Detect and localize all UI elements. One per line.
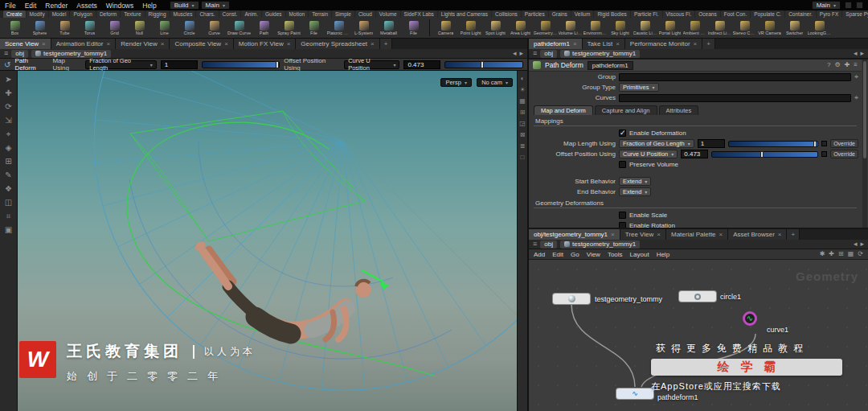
lighting-icon[interactable]: ☀ xyxy=(519,87,525,93)
close-tab-icon[interactable]: × xyxy=(106,40,110,47)
group-type-dropdown[interactable]: Primitives xyxy=(619,83,659,92)
shelf-tab-vellum[interactable]: Vellum xyxy=(571,10,594,18)
node-pathdeform1[interactable]: ∿ xyxy=(616,388,653,399)
override-checkbox[interactable] xyxy=(821,141,827,146)
netmenu-tools[interactable]: Tools xyxy=(608,251,623,258)
shelf-tool-file[interactable]: File xyxy=(301,21,326,35)
shelf-tab-collisions[interactable]: Collisions xyxy=(492,10,521,18)
menu-help[interactable]: Help xyxy=(142,2,156,10)
group-select-icon[interactable]: ⌖ xyxy=(854,73,858,80)
path-root-chip[interactable]: obj xyxy=(11,50,28,58)
menu-edit[interactable]: Edit xyxy=(25,2,37,10)
tab-performance-monitor[interactable]: Performance Monitor× xyxy=(625,39,702,49)
curves-field[interactable] xyxy=(619,94,851,102)
end-behavior-dropdown[interactable]: Extend xyxy=(619,187,651,196)
offset-mode-dropdown[interactable]: Curve U Position xyxy=(619,150,678,158)
enable-rotation-checkbox[interactable] xyxy=(619,222,626,228)
shelf-tool-ambient-light[interactable]: Ambient Light xyxy=(682,21,707,35)
tab-composite-view[interactable]: Composite View× xyxy=(170,39,233,49)
mirror-icon[interactable]: ◫ xyxy=(5,199,12,207)
help-icon[interactable]: ? xyxy=(827,62,830,68)
shelf-tab-texture[interactable]: Texture xyxy=(121,10,144,18)
offset-value-slider[interactable] xyxy=(444,61,523,68)
slider-knob[interactable] xyxy=(813,141,817,147)
shelf-tab-model[interactable]: Model xyxy=(49,10,70,18)
tab-obj-testgeometry-tommy1[interactable]: obj/testgeometry_tommy1× xyxy=(529,229,620,240)
history-forward-icon[interactable]: ▸ xyxy=(860,50,864,57)
map-length-mode-dropdown[interactable]: Fraction of Geo Length xyxy=(619,139,694,148)
pin-icon[interactable]: ✚ xyxy=(845,62,850,68)
netmenu-layout[interactable]: Layout xyxy=(630,251,649,258)
close-tab-icon[interactable]: × xyxy=(161,40,165,47)
camera-icon[interactable]: ▣ xyxy=(5,226,12,234)
shelf-tool-metaball[interactable]: Metaball xyxy=(376,21,401,35)
grid-icon[interactable]: ⊞ xyxy=(838,251,844,257)
shelf-tab-const[interactable]: Const. xyxy=(219,10,241,18)
network-canvas[interactable]: Geometry testgeometry_tommy circle1 ∿ cu… xyxy=(529,260,868,411)
offset-slider[interactable] xyxy=(711,151,818,158)
shelf-tool-portal-light[interactable]: Portal Light xyxy=(657,21,682,35)
parameter-scrollbar[interactable] xyxy=(862,60,867,228)
param-tab-map-and-deform[interactable]: Map and Deform xyxy=(534,105,593,115)
tab-tree-view[interactable]: Tree View× xyxy=(620,229,666,240)
close-tab-icon[interactable]: × xyxy=(657,231,661,238)
scrollbar-thumb[interactable] xyxy=(863,61,866,158)
refresh-icon[interactable]: ⟳ xyxy=(858,251,863,257)
select-icon[interactable]: ➤ xyxy=(5,76,11,84)
shelf-tab-simple[interactable]: Simple xyxy=(332,10,354,18)
tab-material-palette[interactable]: Material Palette× xyxy=(666,229,728,240)
tab-motion-fx-view[interactable]: Motion FX View× xyxy=(234,39,297,49)
shelf-tab-motion[interactable]: Motion xyxy=(286,10,309,18)
shelf-tab-foot-con[interactable]: Foot Con. xyxy=(721,10,751,18)
tab-geometry-spreadsheet[interactable]: Geometry Spreadsheet× xyxy=(296,39,379,49)
enable-deformation-checkbox[interactable] xyxy=(619,129,626,137)
shelf-tool-l-system[interactable]: L-System xyxy=(351,21,376,35)
shelf-tool-spot-light[interactable]: Spot Light xyxy=(483,21,508,35)
shelf-tool-sky-light[interactable]: Sky Light xyxy=(608,21,633,35)
shelf-tool-camera[interactable]: Camera xyxy=(433,21,458,35)
shelf-tool-vr-camera[interactable]: VR Camera xyxy=(757,21,782,35)
tiles-icon[interactable]: ▦ xyxy=(848,251,854,257)
path-root-chip[interactable]: obj xyxy=(540,50,557,58)
slider-knob[interactable] xyxy=(481,61,484,68)
shelf-tab-container[interactable]: Container. xyxy=(785,10,816,18)
start-behavior-dropdown[interactable]: Extend xyxy=(619,177,651,186)
slider-knob[interactable] xyxy=(760,151,764,158)
shelf-tab-cloud[interactable]: Cloud xyxy=(355,10,375,18)
close-tab-icon[interactable]: × xyxy=(224,40,228,47)
gear-icon[interactable]: ⚙ xyxy=(834,62,840,68)
pane-menu-icon[interactable]: ≡ xyxy=(533,50,537,57)
translate-icon[interactable]: ✚ xyxy=(5,89,11,97)
tab-pathdeform1[interactable]: pathdeform1× xyxy=(529,39,583,49)
shelf-tool-path[interactable]: Path xyxy=(252,21,276,35)
tab-take-list[interactable]: Take List× xyxy=(583,39,625,49)
align-icon[interactable]: ⊞ xyxy=(5,158,11,166)
new-tab-button[interactable]: + xyxy=(380,39,393,49)
param-tab-capture-and-align[interactable]: Capture and Align xyxy=(595,105,657,115)
tab-scene-view[interactable]: Scene View× xyxy=(0,39,51,49)
shelf-tool-volume-light[interactable]: Volume Light xyxy=(558,21,583,35)
shelf-tab-chars[interactable]: Chars. xyxy=(196,10,218,18)
param-tab-attributes[interactable]: Attributes xyxy=(659,105,699,115)
sculpt-icon[interactable]: ❖ xyxy=(5,185,12,193)
shelf-tab-sparse-pyr[interactable]: Sparse Pyr. xyxy=(842,10,868,18)
shelf-tab-viscous-fl[interactable]: Viscous Fl. xyxy=(663,10,695,18)
close-tab-icon[interactable]: × xyxy=(573,40,577,47)
shelf-tool-caustic-light[interactable]: Caustic Light xyxy=(633,21,657,35)
close-tab-icon[interactable]: × xyxy=(42,40,46,47)
menu-file[interactable]: File xyxy=(5,2,16,10)
shelf-tool-box[interactable]: Box xyxy=(2,21,27,35)
shelf-tab-polygon[interactable]: Polygon xyxy=(70,10,96,18)
rotate-icon[interactable]: ⟳ xyxy=(5,103,11,111)
netmenu-go[interactable]: Go xyxy=(571,251,579,258)
node-circle1[interactable] xyxy=(679,291,716,302)
tab-render-view[interactable]: Render View× xyxy=(116,39,170,49)
window-button2-icon[interactable] xyxy=(856,2,863,9)
map-value-slider[interactable] xyxy=(202,61,280,68)
measure-icon[interactable]: ⌗ xyxy=(6,212,11,220)
slider-knob[interactable] xyxy=(276,61,279,68)
tab-animation-editor[interactable]: Animation Editor× xyxy=(51,39,116,49)
map-value-field[interactable]: 1 xyxy=(161,60,198,69)
shelf-tool-environment-light[interactable]: Environment Light xyxy=(583,21,608,35)
shelf-tab-populate-c[interactable]: Populate C. xyxy=(751,10,784,18)
